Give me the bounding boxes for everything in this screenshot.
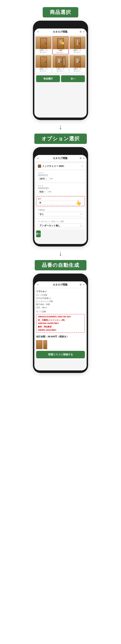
- chevron-todai: ∨: [80, 213, 82, 215]
- set-label: セット品番: [36, 310, 85, 313]
- todai-dropdown[interactable]: なし ∨: [38, 212, 83, 216]
- app-header-2: ＜ カタログ閲覧 ⚙ ≡: [34, 155, 87, 162]
- result-screen: リヴェルノ Yレール仕様 片引き戸(錠無し) (ノンケーシング枠) 障子本体：0…: [34, 288, 87, 360]
- app-header-3: ＜ カタログ閲覧 ⚙ ≡: [34, 282, 87, 288]
- header-icons-1: ⚙ ≡: [80, 30, 84, 33]
- code-3: 敷居：埋込数居: [38, 325, 83, 328]
- section3-header: 品番の自動生成: [35, 260, 86, 270]
- btn-row-1: 単品選択 次へ: [34, 74, 87, 84]
- te-row[interactable]: 勝手 R ∨ 👆: [36, 196, 85, 206]
- codes-box: AMHK03-8120RMDC+AMU-HR-4SIV 枠：木製枠(ジャストカッ…: [36, 314, 85, 333]
- back-button-2[interactable]: ＜: [36, 156, 39, 160]
- spec-0: Yレール仕様: [36, 294, 85, 297]
- phone-frame-2: ＜ カタログ閲覧 ⚙ ≡ ミッドチェリー MDC ∨ サイズ(SH(H2027)…: [33, 147, 88, 246]
- header-icons-2: ⚙ ≡: [80, 157, 84, 160]
- chevron-undercut: ∨: [80, 224, 82, 227]
- undercut-row[interactable]: アンダーカット（Rカット）対応 アンダーカット無し ∨: [36, 219, 85, 230]
- door-thumbs: [36, 340, 85, 349]
- product-item-2[interactable]: 👆 03型チャリー...: [52, 36, 68, 54]
- color-swatch: [38, 164, 41, 168]
- header-icons-3: ⚙ ≡: [80, 283, 84, 286]
- code-4: AMHRS-16SAUMDC: [38, 328, 83, 332]
- total-amount: 合計金額：88,600円（税抜き）: [36, 334, 85, 338]
- todai-row[interactable]: 戸首対応 なし ∨: [36, 207, 85, 218]
- back-button-1[interactable]: ＜: [36, 30, 39, 34]
- arrow-2: ↓: [59, 250, 62, 257]
- door-thumb-1: [36, 340, 42, 349]
- back-button-3[interactable]: ＜: [36, 283, 39, 286]
- section1-header: 商品選択: [43, 7, 78, 18]
- single-select-button[interactable]: 単品選択: [36, 75, 60, 82]
- size-sh-row[interactable]: サイズ(SH(H2027)) 1975 ∨ mm: [36, 170, 85, 182]
- next-button-1[interactable]: 次へ: [61, 75, 85, 82]
- screen2-title: カタログ閲覧: [41, 157, 80, 160]
- section2-header: オプション選択: [34, 134, 87, 144]
- product-item-4[interactable]: 05型ミッドチャリー...: [36, 55, 52, 73]
- gear-icon-2[interactable]: ⚙: [80, 157, 82, 160]
- arrow-1: ↓: [59, 123, 62, 130]
- screen1-title: カタログ閲覧: [41, 30, 80, 34]
- size-sw-value: 818: [40, 190, 44, 193]
- phone-frame-1: ＜ カタログ閲覧 ⚙ ≡ 01型ミッドチャリー... 👆: [33, 21, 88, 120]
- cursor-hand-te: 👆: [76, 200, 81, 206]
- product-item-3[interactable]: 04型ミッドチャリー...: [70, 36, 86, 54]
- size-sh-unit: mm: [50, 178, 53, 180]
- size-sw-dropdown[interactable]: 818 ∨: [38, 190, 47, 194]
- size-sh-dropdown[interactable]: 1975 ∨: [38, 177, 48, 181]
- undercut-dropdown[interactable]: アンダーカット無し ∨: [38, 223, 83, 228]
- color-label: ミッドチェリー MDC: [42, 164, 80, 168]
- product-item-1[interactable]: 01型ミッドチャリー...: [36, 36, 52, 54]
- door-thumb-2: [43, 340, 47, 349]
- product-name: リヴェルノ: [36, 290, 85, 293]
- todai-value: なし: [40, 212, 44, 216]
- app-header-1: ＜ カタログ閲覧 ⚙ ≡: [34, 28, 87, 35]
- pull-label: 引手：HR-4: [36, 306, 85, 309]
- size-sw-unit: mm: [48, 191, 52, 193]
- spec-2: (ノンケーシング枠): [36, 300, 85, 303]
- chevron-color: ∨: [82, 165, 83, 168]
- product-item-6[interactable]: 12型ミッドチャリー...: [70, 55, 86, 73]
- chevron-sh: ∨: [46, 178, 47, 180]
- size-sh-value: 1975: [40, 178, 45, 180]
- size-sw-row[interactable]: サイズ(SW(W1645)) 818 ∨ mm: [36, 183, 85, 195]
- phone-screen-2: ＜ カタログ閲覧 ⚙ ≡ ミッドチェリー MDC ∨ サイズ(SH(H2027)…: [34, 155, 87, 244]
- phone-notch-2: [52, 150, 70, 154]
- phone-notch-3: [52, 276, 70, 280]
- phone-screen-1: ＜ カタログ閲覧 ⚙ ≡ 01型ミッドチャリー... 👆: [34, 28, 87, 118]
- screen3-title: カタログ閲覧: [41, 283, 80, 286]
- gear-icon-3[interactable]: ⚙: [80, 283, 82, 286]
- gear-icon-1[interactable]: ⚙: [80, 30, 82, 33]
- product-item-5[interactable]: 11型ミッドチャリー...: [52, 55, 68, 73]
- menu-icon-1[interactable]: ≡: [83, 30, 84, 33]
- phone-notch-1: [52, 23, 70, 27]
- te-value: R: [40, 202, 41, 204]
- code-0: AMHK03-8120RMDC+AMU-HR-4SIV: [38, 315, 83, 318]
- menu-icon-2[interactable]: ≡: [83, 157, 84, 160]
- product-grid: 01型ミッドチャリー... 👆 03型チャリー... 04型ミッドチャリー...: [34, 35, 87, 74]
- chevron-sw: ∨: [44, 190, 46, 193]
- color-selector[interactable]: ミッドチェリー MDC ∨: [36, 163, 85, 169]
- code-1: 枠：木製枠(ジャストカット枠): [38, 318, 83, 322]
- register-button[interactable]: 現場リストに登録する: [36, 351, 85, 358]
- phone-screen-3: ＜ カタログ閲覧 ⚙ ≡ リヴェルノ Yレール仕様 片引き戸(錠無し) (ノンケ…: [34, 282, 87, 370]
- code-2: AMKHNU-1620RCMDC: [38, 322, 83, 325]
- menu-icon-3[interactable]: ≡: [83, 283, 84, 286]
- spec-1: 片引き戸(錠無し): [36, 297, 85, 300]
- phone-frame-3: ＜ カタログ閲覧 ⚙ ≡ リヴェルノ Yレール仕様 片引き戸(錠無し) (ノンケ…: [33, 274, 88, 373]
- hinge-label: 障子本体：03型: [36, 303, 85, 306]
- undercut-value: アンダーカット無し: [40, 224, 60, 227]
- option-form: ミッドチェリー MDC ∨ サイズ(SH(H2027)) 1975 ∨ mm サ…: [34, 162, 87, 239]
- next-button-2[interactable]: 次へ: [36, 230, 41, 237]
